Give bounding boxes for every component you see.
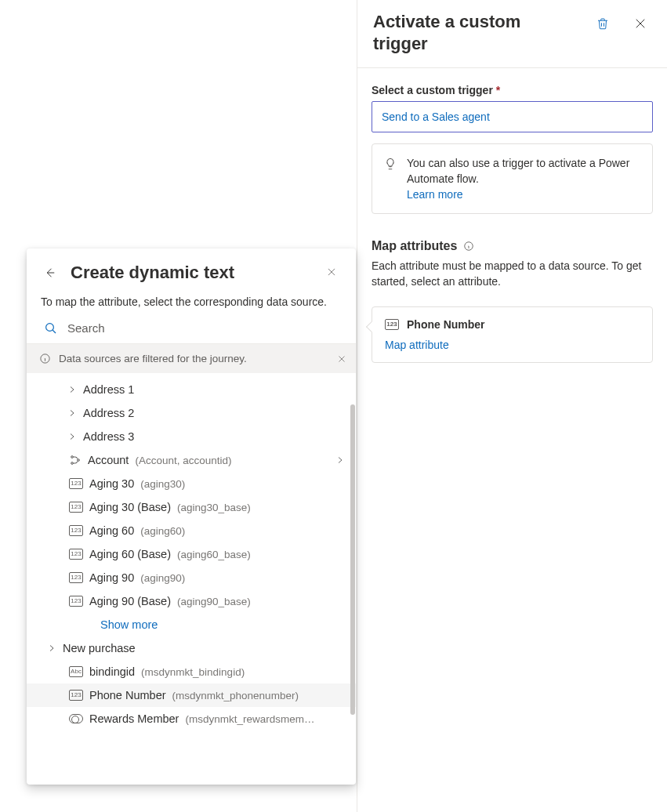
tree-item[interactable]: Address 3 (27, 425, 356, 448)
search-icon (44, 321, 58, 335)
number-type-icon: 123 (385, 319, 399, 330)
close-button[interactable] (631, 14, 650, 33)
tree-item[interactable]: 123Aging 60 (Base) (aging60_base) (27, 542, 356, 566)
info-icon (39, 353, 51, 364)
popover-close-button[interactable] (321, 266, 342, 281)
tree-item-label: Phone Number (msdynmkt_phonenumber) (89, 689, 299, 701)
svg-point-4 (71, 462, 74, 465)
delete-button[interactable] (593, 14, 612, 33)
tree-item[interactable]: 123Phone Number (msdynmkt_phonenumber) (27, 683, 356, 707)
custom-trigger-select[interactable]: Send to a Sales agent (372, 101, 653, 132)
type-icon: 123 (69, 572, 83, 583)
filter-text: Data sources are filtered for the journe… (59, 353, 247, 364)
tree-item[interactable]: 123Aging 60 (aging60) (27, 519, 356, 542)
custom-trigger-value: Send to a Sales agent (382, 111, 490, 123)
type-icon: Abc (69, 666, 83, 677)
tree-item-label: Aging 30 (aging30) (89, 477, 185, 490)
type-icon: 123 (69, 549, 83, 560)
svg-point-3 (71, 456, 74, 459)
tree-item-label: Aging 30 (Base) (aging30_base) (89, 501, 251, 513)
tree-item-label: Rewards Member (msdynmkt_rewardsmem… (89, 712, 314, 725)
filter-notice: Data sources are filtered for the journe… (27, 343, 356, 373)
panel-actions (593, 11, 650, 33)
lightbulb-icon (383, 157, 397, 171)
type-icon: 123 (69, 478, 83, 489)
attribute-card[interactable]: 123 Phone Number Map attribute (372, 306, 653, 363)
popover-title: Create dynamic text (71, 263, 234, 283)
tree-item-label: Address 3 (83, 430, 134, 443)
learn-more-link[interactable]: Learn more (407, 188, 463, 201)
tree-item-label: Aging 60 (aging60) (89, 524, 185, 537)
power-automate-hint: You can also use a trigger to activate a… (372, 143, 653, 214)
select-trigger-label: Select a custom trigger* (372, 84, 653, 96)
trash-icon (596, 16, 610, 31)
type-icon: 123 (69, 690, 83, 701)
map-attributes-description: Each attribute must be mapped to a data … (372, 258, 653, 289)
arrow-left-icon (43, 266, 57, 280)
back-button[interactable] (41, 263, 60, 282)
tree-item[interactable]: Rewards Member (msdynmkt_rewardsmem… (27, 707, 356, 730)
tree-item[interactable]: 123Aging 30 (aging30) (27, 472, 356, 495)
tree-item[interactable]: Abcbindingid (msdynmkt_bindingid) (27, 660, 356, 683)
panel-title: Activate a custom trigger (373, 11, 577, 55)
type-icon: 123 (69, 596, 83, 607)
tree-item-label: Aging 90 (aging90) (89, 571, 185, 584)
show-more-link[interactable]: Show more (100, 618, 158, 631)
tree-item[interactable]: 123Aging 90 (aging90) (27, 566, 356, 589)
popover-description: To map the attribute, select the corresp… (27, 289, 356, 321)
search-row (27, 321, 356, 343)
svg-point-1 (46, 323, 54, 331)
attribute-name: Phone Number (407, 318, 485, 331)
svg-point-5 (78, 459, 80, 462)
dynamic-text-popover: Create dynamic text To map the attribute… (27, 248, 356, 785)
tree-item[interactable]: Address 1 (27, 378, 356, 401)
tree-item[interactable]: Show more (27, 613, 356, 636)
required-asterisk: * (496, 84, 500, 96)
tree-item-label: Address 1 (83, 383, 134, 396)
tree-item-label: New purchase (63, 642, 136, 654)
tree-item[interactable]: 123Aging 30 (Base) (aging30_base) (27, 495, 356, 519)
type-icon: 123 (69, 525, 83, 536)
side-panel: Activate a custom trigger Select a custo… (357, 0, 667, 812)
popover-header: Create dynamic text (27, 248, 356, 289)
info-icon (463, 241, 474, 252)
type-icon: 123 (69, 502, 83, 513)
hint-text: You can also use a trigger to activate a… (407, 157, 629, 185)
attribute-row: 123 Phone Number (385, 318, 640, 331)
tree-item-label: Address 2 (83, 407, 134, 419)
close-icon (633, 16, 647, 31)
panel-header: Activate a custom trigger (357, 0, 667, 68)
tree-item[interactable]: 123Aging 90 (Base) (aging90_base) (27, 589, 356, 613)
tree-item-label: bindingid (msdynmkt_bindingid) (89, 665, 245, 678)
tree-item-label: Account (Account, accountid) (88, 454, 231, 466)
tree-item-label: Aging 90 (Base) (aging90_base) (89, 595, 251, 607)
data-source-tree[interactable]: Address 1Address 2Address 3Account (Acco… (27, 373, 356, 785)
tree-item[interactable]: Account (Account, accountid) (27, 448, 356, 472)
tree-item[interactable]: Address 2 (27, 401, 356, 425)
boolean-type-icon (69, 714, 83, 723)
dismiss-filter-icon[interactable] (337, 354, 346, 364)
card-pointer (366, 321, 377, 332)
tree-item[interactable]: New purchase (27, 636, 356, 660)
hint-text-wrap: You can also use a trigger to activate a… (407, 155, 640, 202)
map-attributes-heading: Map attributes (372, 239, 653, 253)
map-attribute-link[interactable]: Map attribute (385, 339, 449, 351)
search-input[interactable] (66, 321, 342, 335)
tree-item-label: Aging 60 (Base) (aging60_base) (89, 548, 251, 560)
panel-body: Select a custom trigger* Send to a Sales… (357, 68, 667, 363)
close-icon (326, 266, 337, 277)
scrollbar-thumb[interactable] (350, 404, 355, 715)
